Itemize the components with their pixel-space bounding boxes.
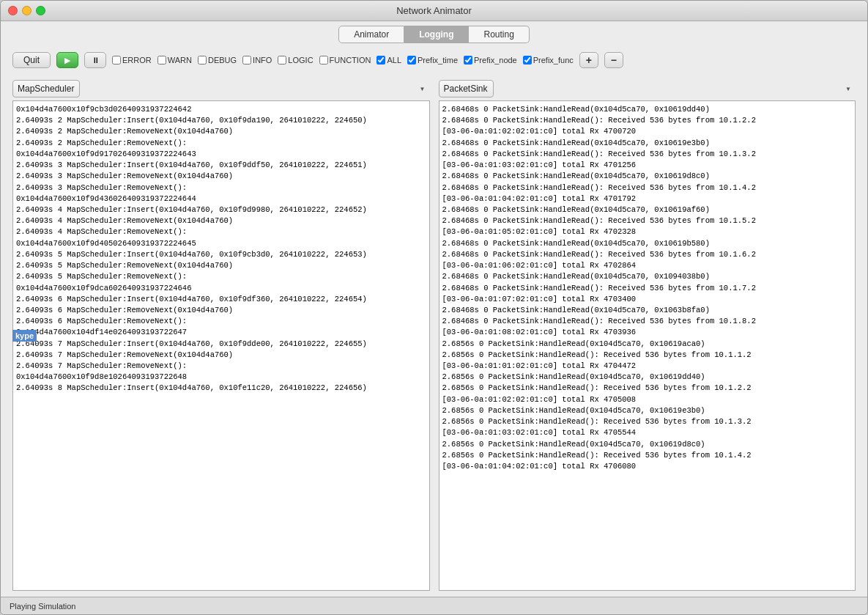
titlebar: Network Animator bbox=[1, 1, 867, 21]
list-item: 2.64093s 6 MapScheduler:Insert(0x104d4a7… bbox=[16, 294, 426, 305]
right-panel-header: PacketSink bbox=[439, 80, 856, 97]
list-item: 0x104d4a7600x10f9dca602640931937224646 bbox=[16, 283, 426, 294]
checkbox-prefix-time[interactable] bbox=[407, 56, 416, 65]
main-window: Network Animator Animator Logging Routin… bbox=[0, 0, 868, 615]
list-item: 0x104d4a7600x10f9d917026409319372224643 bbox=[16, 149, 426, 160]
left-dropdown[interactable]: MapScheduler bbox=[12, 80, 80, 97]
checkbox-function[interactable] bbox=[319, 56, 328, 65]
list-item: 0x104d4a7600x104df14e0264093193722647 bbox=[16, 327, 426, 338]
checkbox-warn[interactable] bbox=[157, 56, 166, 65]
list-item: 2.64093s 7 MapScheduler:RemoveNext(): bbox=[16, 361, 426, 372]
list-item: 2.68468s 0 PacketSink:HandleRead(0x104d5… bbox=[442, 171, 853, 182]
maximize-button[interactable] bbox=[36, 6, 45, 15]
list-item: [03-06-0a:01:04:02:01:c0] total Rx 47060… bbox=[442, 461, 853, 472]
list-item: 2.64093s 7 MapScheduler:RemoveNext(0x104… bbox=[16, 350, 426, 361]
list-item: 2.6856s 0 PacketSink:HandleRead(): Recei… bbox=[442, 350, 853, 361]
list-item: 2.68468s 0 PacketSink:HandleRead(): Rece… bbox=[442, 283, 853, 294]
list-item: [03-06-0a:01:03:02:01:c0] total Rx 47055… bbox=[442, 427, 853, 438]
tab-animator[interactable]: Animator bbox=[338, 26, 404, 43]
zoom-in-button[interactable]: + bbox=[579, 52, 598, 68]
window-title: Network Animator bbox=[396, 5, 472, 16]
list-item: 2.68468s 0 PacketSink:HandleRead(0x104d5… bbox=[442, 238, 853, 249]
list-item: [03-06-0a:01:02:02:01:c0] total Rx 47050… bbox=[442, 394, 853, 405]
statusbar: Playing Simulation bbox=[1, 597, 867, 614]
list-item: 2.6856s 0 PacketSink:HandleRead(0x104d5c… bbox=[442, 339, 853, 350]
list-item: 2.64093s 7 MapScheduler:Insert(0x104d4a7… bbox=[16, 339, 426, 350]
list-item: 2.68468s 0 PacketSink:HandleRead(0x104d5… bbox=[442, 205, 853, 216]
list-item: [03-06-0a:01:01:02:01:c0] total Rx 47044… bbox=[442, 361, 853, 372]
pause-button[interactable]: ⏸ bbox=[84, 52, 106, 68]
list-item: 2.64093s 5 MapScheduler:Insert(0x104d4a7… bbox=[16, 249, 426, 260]
close-button[interactable] bbox=[8, 6, 18, 15]
list-item: 2.64093s 3 MapScheduler:RemoveNext(): bbox=[16, 183, 426, 194]
list-item: 2.6856s 0 PacketSink:HandleRead(0x104d5c… bbox=[442, 372, 853, 383]
right-log-panel: PacketSink 2.68468s 0 PacketSink:HandleR… bbox=[439, 80, 856, 591]
list-item: 2.68468s 0 PacketSink:HandleRead(): Rece… bbox=[442, 115, 853, 126]
list-item: 2.64093s 2 MapScheduler:RemoveNext(): bbox=[16, 138, 426, 149]
checkbox-error[interactable] bbox=[112, 56, 121, 65]
list-item: 0x104d4a7600x10f9d8e10264093193722648 bbox=[16, 372, 426, 383]
list-item: [03-06-0a:01:08:02:01:c0] total Rx 47039… bbox=[442, 327, 853, 338]
list-item: [03-06-0a:01:04:02:01:c0] total Rx 47017… bbox=[442, 194, 853, 205]
list-item: 2.6856s 0 PacketSink:HandleRead(0x104d5c… bbox=[442, 405, 853, 416]
list-item: 2.68468s 0 PacketSink:HandleRead(0x104d5… bbox=[442, 305, 853, 316]
list-item: 2.64093s 2 MapScheduler:Insert(0x104d4a7… bbox=[16, 115, 426, 126]
titlebar-buttons bbox=[8, 6, 45, 15]
kype-label: kype bbox=[12, 330, 37, 342]
list-item: 2.64093s 4 MapScheduler:Insert(0x104d4a7… bbox=[16, 205, 426, 216]
list-item: 0x104d4a7600x10f9cb3d02640931937224642 bbox=[16, 104, 426, 115]
list-item: 2.6856s 0 PacketSink:HandleRead(): Recei… bbox=[442, 383, 853, 394]
list-item: 2.6856s 0 PacketSink:HandleRead(0x104d5c… bbox=[442, 439, 853, 450]
right-dropdown-wrapper: PacketSink bbox=[439, 80, 856, 97]
left-log-panel: MapScheduler 0x104d4a7600x10f9cb3d026409… bbox=[12, 80, 430, 591]
list-item: [03-06-0a:01:06:02:01:c0] total Rx 47028… bbox=[442, 260, 853, 271]
main-content: MapScheduler 0x104d4a7600x10f9cb3d026409… bbox=[1, 74, 867, 597]
tabbar: Animator Logging Routing bbox=[1, 21, 867, 46]
status-text: Playing Simulation bbox=[10, 602, 76, 611]
checkbox-error-label: ERROR bbox=[112, 56, 152, 65]
list-item: 2.68468s 0 PacketSink:HandleRead(): Rece… bbox=[442, 183, 853, 194]
quit-button[interactable]: Quit bbox=[12, 52, 51, 68]
minimize-button[interactable] bbox=[22, 6, 31, 15]
list-item: [03-06-0a:01:07:02:01:c0] total Rx 47034… bbox=[442, 294, 853, 305]
left-panel-header: MapScheduler bbox=[12, 80, 430, 97]
checkbox-prefix-func[interactable] bbox=[523, 56, 532, 65]
play-button[interactable]: ▶ bbox=[56, 52, 78, 68]
list-item: 2.64093s 3 MapScheduler:Insert(0x104d4a7… bbox=[16, 160, 426, 171]
tab-routing[interactable]: Routing bbox=[469, 26, 529, 43]
checkbox-prefix-node[interactable] bbox=[464, 56, 472, 65]
checkbox-all[interactable] bbox=[376, 56, 385, 65]
list-item: 2.64093s 6 MapScheduler:RemoveNext(0x104… bbox=[16, 305, 426, 316]
tab-logging[interactable]: Logging bbox=[404, 26, 469, 43]
right-log-content[interactable]: 2.68468s 0 PacketSink:HandleRead(0x104d5… bbox=[439, 100, 856, 591]
list-item: [03-06-0a:01:02:02:01:c0] total Rx 47007… bbox=[442, 126, 853, 137]
list-item: 2.68468s 0 PacketSink:HandleRead(): Rece… bbox=[442, 249, 853, 260]
list-item: 2.68468s 0 PacketSink:HandleRead(0x104d5… bbox=[442, 104, 853, 115]
right-dropdown[interactable]: PacketSink bbox=[439, 80, 494, 97]
checkbox-logic[interactable] bbox=[278, 56, 286, 65]
left-log-content[interactable]: 0x104d4a7600x10f9cb3d026409319372246422.… bbox=[12, 100, 430, 591]
list-item: 2.64093s 2 MapScheduler:RemoveNext(0x104… bbox=[16, 126, 426, 137]
list-item: 0x104d4a7600x10f9d436026409319372224644 bbox=[16, 194, 426, 205]
checkbox-debug[interactable] bbox=[198, 56, 207, 65]
checkbox-info[interactable] bbox=[242, 56, 251, 65]
zoom-out-button[interactable]: − bbox=[604, 52, 623, 68]
list-item: 0x104d4a7600x10f9d405026409319372224645 bbox=[16, 238, 426, 249]
list-item: 2.68468s 0 PacketSink:HandleRead(): Rece… bbox=[442, 149, 853, 160]
play-icon: ▶ bbox=[64, 56, 70, 65]
list-item: [03-06-0a:01:05:02:01:c0] total Rx 47023… bbox=[442, 227, 853, 237]
checkbox-info-label: INFO bbox=[242, 56, 272, 65]
checkbox-prefix-time-label: Prefix_time bbox=[407, 56, 458, 65]
toolbar: Quit ▶ ⏸ ERROR WARN DEBUG INFO LOGIC bbox=[1, 46, 867, 74]
checkbox-prefix-func-label: Prefix_func bbox=[523, 56, 574, 65]
checkbox-debug-label: DEBUG bbox=[198, 56, 237, 65]
list-item: 2.64093s 3 MapScheduler:RemoveNext(0x104… bbox=[16, 171, 426, 182]
list-item: 2.68468s 0 PacketSink:HandleRead(): Rece… bbox=[442, 316, 853, 327]
checkbox-all-label: ALL bbox=[376, 56, 401, 65]
list-item: 2.6856s 0 PacketSink:HandleRead(): Recei… bbox=[442, 416, 853, 427]
pause-icon: ⏸ bbox=[92, 56, 100, 65]
checkbox-function-label: FUNCTION bbox=[319, 56, 371, 65]
checkbox-logic-label: LOGIC bbox=[278, 56, 313, 65]
list-item: 2.68468s 0 PacketSink:HandleRead(0x104d5… bbox=[442, 271, 853, 282]
list-item: 2.6856s 0 PacketSink:HandleRead(): Recei… bbox=[442, 450, 853, 461]
